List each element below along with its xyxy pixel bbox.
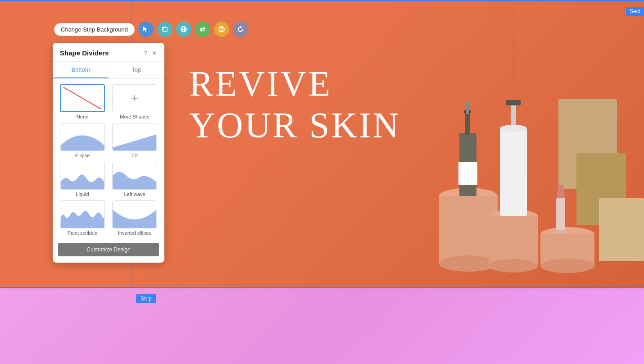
shape-none[interactable]: None: [58, 84, 107, 119]
panel-header-icons: ? ✕: [144, 50, 157, 57]
shape-inverted-ellipse-preview[interactable]: [112, 200, 157, 228]
sect-label: Sect: [626, 7, 644, 16]
change-bg-button[interactable]: Change Strip Background: [54, 23, 135, 36]
none-svg: [61, 85, 104, 111]
shape-inverted-ellipse[interactable]: Inverted ellipse: [110, 200, 159, 236]
shape-none-preview[interactable]: [60, 84, 105, 112]
shape-none-label: None: [77, 114, 88, 119]
top-border: [0, 0, 644, 1]
strip-label: Strip: [136, 294, 156, 303]
pink-section: [0, 288, 644, 364]
svg-rect-23: [555, 230, 566, 234]
tab-bottom[interactable]: Bottom: [53, 62, 109, 78]
shape-more-label: More Shapes: [120, 114, 149, 119]
panel-title: Shape Dividers: [60, 49, 109, 57]
svg-point-28: [221, 30, 222, 31]
svg-rect-19: [506, 100, 521, 105]
shape-paint-scribble-preview[interactable]: [60, 200, 105, 228]
shape-dividers-panel: Shape Dividers ? ✕ Bottom Top None + Mor…: [53, 43, 164, 263]
shape-liquid-preview[interactable]: [60, 162, 105, 190]
customize-design-button[interactable]: Customize Design: [58, 243, 159, 256]
svg-point-11: [540, 259, 594, 273]
panel-close-icon[interactable]: ✕: [152, 50, 157, 57]
products-svg: [410, 63, 644, 288]
shape-tilt-label: Tilt: [132, 153, 138, 158]
svg-rect-16: [466, 101, 469, 114]
left-wave-svg: [113, 162, 157, 189]
paint-scribble-svg: [60, 201, 104, 228]
shape-inverted-ellipse-label: Inverted ellipse: [118, 230, 151, 236]
hero-text: REVIVE YOUR SKIN: [189, 63, 400, 146]
shape-paint-scribble[interactable]: Paint scribble: [58, 200, 107, 236]
hero-bottom-border: [0, 287, 644, 288]
help-icon[interactable]: [214, 22, 229, 37]
shape-left-wave-preview[interactable]: [112, 162, 157, 190]
shape-tilt[interactable]: Tilt: [110, 123, 159, 158]
hero-line2: YOUR SKIN: [189, 105, 400, 146]
panel-help-icon[interactable]: ?: [144, 50, 147, 57]
svg-rect-21: [556, 198, 565, 234]
shape-left-wave[interactable]: Left wave: [110, 162, 159, 197]
link-icon[interactable]: [176, 22, 191, 37]
refresh-icon[interactable]: [233, 22, 248, 37]
shape-paint-scribble-label: Paint scribble: [68, 230, 97, 236]
svg-rect-14: [465, 113, 470, 135]
svg-rect-13: [458, 162, 477, 185]
svg-rect-7: [489, 216, 538, 266]
svg-rect-17: [500, 128, 527, 216]
svg-point-20: [500, 125, 527, 132]
shape-ellipse-label: Ellipse: [75, 153, 90, 158]
shape-ellipse[interactable]: Ellipse: [58, 123, 107, 158]
toolbar: Change Strip Background: [54, 22, 248, 37]
copy-icon[interactable]: [157, 22, 172, 37]
shape-liquid-label: Liquid: [76, 191, 89, 197]
pointer-icon[interactable]: [138, 22, 154, 37]
shape-ellipse-preview[interactable]: [60, 123, 105, 151]
shape-tilt-preview[interactable]: [112, 123, 157, 151]
tab-top[interactable]: Top: [109, 62, 164, 78]
hero-line1: REVIVE: [189, 63, 400, 105]
plus-icon: +: [131, 91, 138, 105]
panel-header: Shape Dividers ? ✕: [53, 43, 164, 62]
swap-icon[interactable]: [195, 22, 210, 37]
shape-liquid[interactable]: Liquid: [58, 162, 107, 197]
shape-left-wave-label: Left wave: [124, 191, 145, 197]
svg-line-29: [63, 87, 101, 109]
panel-tabs: Bottom Top: [53, 62, 164, 79]
tilt-svg: [113, 123, 157, 150]
shapes-grid: None + More Shapes Ellipse: [53, 79, 164, 241]
svg-rect-2: [599, 198, 644, 261]
shape-more-preview[interactable]: +: [112, 84, 157, 112]
svg-point-8: [489, 259, 538, 273]
ellipse-svg: [60, 123, 104, 150]
svg-rect-24: [163, 27, 167, 32]
shape-more[interactable]: + More Shapes: [110, 84, 159, 119]
product-scene: [410, 63, 644, 288]
inverted-ellipse-svg: [113, 201, 157, 228]
liquid-svg: [60, 162, 104, 189]
